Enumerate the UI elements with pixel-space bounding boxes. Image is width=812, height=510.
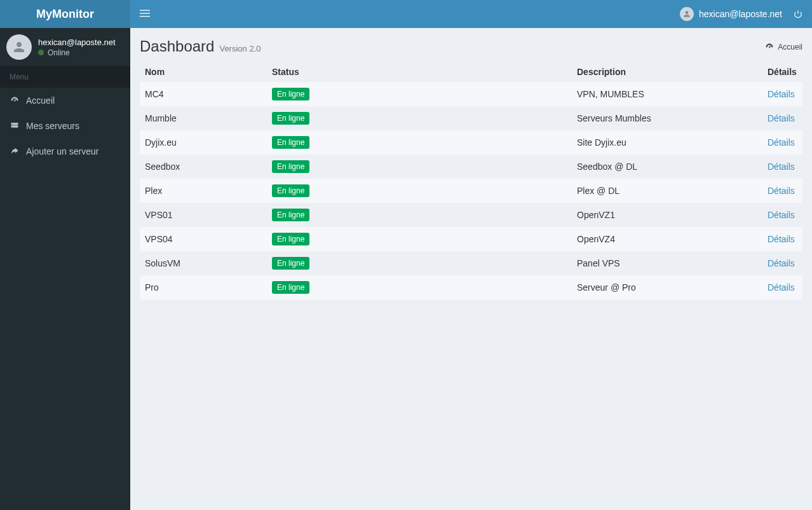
cell-description: Site Dyjix.eu: [572, 130, 762, 155]
svg-point-6: [13, 126, 13, 127]
cell-name: Dyjix.eu: [140, 130, 267, 155]
status-label: Online: [48, 48, 70, 57]
user-email-top: hexican@laposte.net: [699, 9, 782, 19]
avatar-sm: [680, 7, 694, 21]
servers-table: Nom Status Description Détails MC4En lig…: [140, 62, 802, 300]
details-link[interactable]: Détails: [768, 234, 795, 244]
content-header: Dashboard Version 2.0 Accueil: [130, 28, 812, 55]
topbar: MyMonitor hexican@laposte.net: [0, 0, 812, 28]
share-icon: [10, 147, 20, 156]
cell-description: Seedbox @ DL: [572, 155, 762, 179]
cell-description: OpenVZ1: [572, 203, 762, 227]
col-header-description: Description: [572, 62, 762, 82]
details-link[interactable]: Détails: [768, 113, 795, 123]
brand-text: MyMonitor: [36, 8, 94, 21]
table-header-row: Nom Status Description Détails: [140, 62, 802, 82]
details-link[interactable]: Détails: [768, 282, 795, 293]
sidebar-item-label: Mes serveurs: [26, 121, 79, 131]
navbar: hexican@laposte.net: [130, 0, 812, 28]
cell-name: VPS04: [140, 227, 267, 251]
status-badge: En ligne: [272, 281, 309, 294]
cell-description: Plex @ DL: [572, 179, 762, 203]
content: Dashboard Version 2.0 Accueil Nom Status: [130, 28, 812, 510]
sidebar-item-accueil[interactable]: Accueil: [0, 88, 130, 113]
body: hexican@laposte.net Online Menu Accueil …: [0, 28, 812, 510]
status-badge: En ligne: [272, 184, 309, 197]
details-link[interactable]: Détails: [768, 137, 795, 148]
status-badge: En ligne: [272, 257, 309, 270]
details-link[interactable]: Détails: [768, 89, 795, 99]
cell-name: SolusVM: [140, 251, 267, 275]
cell-status: En ligne: [267, 179, 572, 203]
breadcrumb[interactable]: Accueil: [765, 43, 802, 52]
cell-details: Détails: [762, 130, 802, 155]
svg-rect-0: [140, 10, 150, 10]
brand-logo[interactable]: MyMonitor: [0, 0, 130, 28]
user-menu-button[interactable]: hexican@laposte.net: [680, 7, 782, 21]
sidebar-toggle-button[interactable]: [140, 8, 150, 20]
table-row: VPS04En ligneOpenVZ4Détails: [140, 227, 802, 251]
cell-description: Panel VPS: [572, 251, 762, 275]
nav-left: [140, 8, 150, 20]
cell-name: Mumble: [140, 106, 267, 130]
table-row: Dyjix.euEn ligneSite Dyjix.euDétails: [140, 130, 802, 155]
content-body: Nom Status Description Détails MC4En lig…: [130, 55, 812, 309]
cell-description: VPN, MUMBLES: [572, 82, 762, 106]
cell-status: En ligne: [267, 106, 572, 130]
sidebar-user-status: Online: [38, 48, 116, 57]
cell-name: MC4: [140, 82, 267, 106]
sidebar-item-ajouter-serveur[interactable]: Ajouter un serveur: [0, 139, 130, 164]
cell-details: Détails: [762, 227, 802, 251]
avatar-lg: [6, 34, 32, 60]
cell-name: Seedbox: [140, 155, 267, 179]
sidebar-item-label: Accueil: [26, 95, 55, 106]
cell-details: Détails: [762, 179, 802, 203]
details-link[interactable]: Détails: [768, 162, 795, 172]
table-row: ProEn ligneServeur @ ProDétails: [140, 275, 802, 300]
dashboard-icon: [10, 96, 20, 105]
cell-name: Plex: [140, 179, 267, 203]
status-badge: En ligne: [272, 209, 309, 221]
nav-right: hexican@laposte.net: [680, 7, 802, 21]
cell-status: En ligne: [267, 203, 572, 227]
sidebar-item-label: Ajouter un serveur: [26, 146, 98, 156]
cell-status: En ligne: [267, 251, 572, 275]
cell-details: Détails: [762, 155, 802, 179]
dashboard-icon: [765, 43, 774, 52]
cell-status: En ligne: [267, 155, 572, 179]
col-header-details: Détails: [762, 62, 802, 82]
breadcrumb-label: Accueil: [778, 43, 802, 52]
cell-details: Détails: [762, 203, 802, 227]
cell-details: Détails: [762, 106, 802, 130]
table-row: MumbleEn ligneServeurs MumblesDétails: [140, 106, 802, 130]
svg-rect-1: [140, 13, 150, 13]
cell-status: En ligne: [267, 227, 572, 251]
status-badge: En ligne: [272, 160, 309, 173]
cell-status: En ligne: [267, 130, 572, 155]
col-header-name: Nom: [140, 62, 267, 82]
details-link[interactable]: Détails: [768, 258, 795, 268]
sidebar-item-mes-serveurs[interactable]: Mes serveurs: [0, 113, 130, 139]
logout-button[interactable]: [794, 10, 802, 18]
status-badge: En ligne: [272, 136, 309, 149]
status-badge: En ligne: [272, 112, 309, 125]
page-subtitle: Version 2.0: [219, 44, 261, 53]
details-link[interactable]: Détails: [768, 210, 795, 220]
cell-name: Pro: [140, 275, 267, 300]
table-row: VPS01En ligneOpenVZ1Détails: [140, 203, 802, 227]
svg-rect-2: [140, 16, 150, 17]
status-dot-icon: [38, 50, 44, 55]
cell-details: Détails: [762, 275, 802, 300]
servers-icon: [10, 121, 20, 130]
menu-header: Menu: [0, 66, 130, 88]
sidebar-user-panel: hexican@laposte.net Online: [0, 28, 130, 66]
table-row: SolusVMEn lignePanel VPSDétails: [140, 251, 802, 275]
details-link[interactable]: Détails: [768, 186, 795, 196]
status-badge: En ligne: [272, 88, 309, 100]
cell-description: Serveur @ Pro: [572, 275, 762, 300]
cell-details: Détails: [762, 82, 802, 106]
cell-description: Serveurs Mumbles: [572, 106, 762, 130]
status-badge: En ligne: [272, 233, 309, 245]
cell-description: OpenVZ4: [572, 227, 762, 251]
table-row: MC4En ligneVPN, MUMBLESDétails: [140, 82, 802, 106]
